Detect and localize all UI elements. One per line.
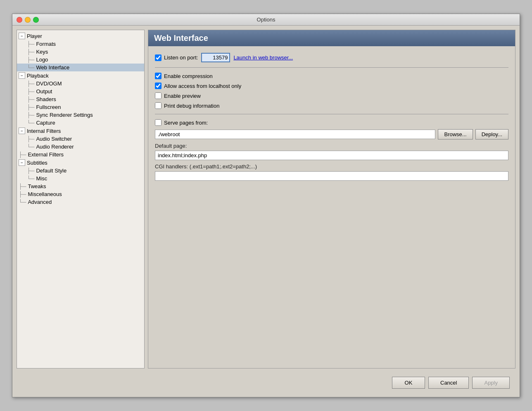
sidebar-label-capture: Capture [36,120,55,126]
enable-preview-row: Enable preview [155,92,508,99]
apply-button[interactable]: Apply [472,377,510,389]
toggle-subtitles[interactable]: − [19,159,25,166]
sidebar[interactable]: − Player ├─ Formats ├─ Keys ├─ Logo └─ [17,30,145,368]
sidebar-label-default-style: Default Style [36,168,66,174]
sidebar-item-default-style[interactable]: ├─ Default Style [17,167,144,175]
listen-port-checkbox-label[interactable]: Listen on port: [155,54,198,61]
sidebar-item-capture[interactable]: └─ Capture [17,119,144,127]
enable-compression-text: Enable compression [164,73,213,79]
sidebar-item-web-interface[interactable]: └─ Web Interface [17,64,144,71]
sidebar-item-audio-switcher[interactable]: ├─ Audio Switcher [17,135,144,143]
cgi-handlers-input[interactable] [155,171,508,181]
sidebar-label-playback: Playback [27,73,49,79]
sidebar-label-player: Player [27,33,42,39]
sidebar-item-player[interactable]: − Player [17,32,144,40]
toggle-internal-filters[interactable]: − [19,128,25,134]
sidebar-item-misc-sub[interactable]: └─ Misc [17,175,144,182]
sidebar-item-miscellaneous[interactable]: ├─ Miscellaneous [17,190,144,198]
print-debug-label[interactable]: Print debug information [155,102,219,109]
enable-compression-checkbox[interactable] [155,73,162,79]
sidebar-item-logo[interactable]: ├─ Logo [17,56,144,64]
sidebar-label-sync-renderer: Sync Renderer Settings [36,112,93,118]
enable-preview-checkbox[interactable] [155,92,162,99]
divider-1 [155,67,508,68]
default-page-group: Default page: [155,143,508,160]
serve-pages-checkbox[interactable] [155,119,162,126]
sidebar-label-audio-switcher: Audio Switcher [36,136,72,142]
listen-port-checkbox[interactable] [155,54,162,61]
sidebar-label-logo: Logo [36,57,48,63]
sidebar-item-formats[interactable]: ├─ Formats [17,40,144,48]
listen-port-label: Listen on port: [164,54,198,61]
main-content: − Player ├─ Formats ├─ Keys ├─ Logo └─ [17,30,515,368]
webroot-input[interactable] [155,130,435,139]
window-body: − Player ├─ Formats ├─ Keys ├─ Logo └─ [12,26,520,397]
cgi-handlers-group: CGI handlers: (.ext1=path1;.ext2=path2;.… [155,163,508,181]
ok-button[interactable]: OK [392,377,425,389]
sidebar-item-internal-filters[interactable]: − Internal Filters [17,127,144,135]
sidebar-label-audio-renderer: Audio Renderer [36,144,74,150]
allow-localhost-row: Allow access from localhost only [155,83,508,89]
panel-content: Listen on port: Launch in web browser...… [148,46,515,368]
panel-title: Web Interface [154,33,208,43]
launch-browser-button[interactable]: Launch in web browser... [233,54,293,61]
sidebar-item-shaders[interactable]: ├─ Shaders [17,95,144,103]
allow-localhost-text: Allow access from localhost only [164,83,241,89]
close-button[interactable] [17,17,22,23]
print-debug-row: Print debug information [155,102,508,109]
allow-localhost-label[interactable]: Allow access from localhost only [155,83,241,89]
window-title: Options [257,17,276,23]
sidebar-item-output[interactable]: ├─ Output [17,87,144,95]
allow-localhost-checkbox[interactable] [155,83,162,89]
window-controls [17,17,39,23]
webroot-row: Browse... Deploy... [155,129,508,139]
sidebar-label-miscellaneous: Miscellaneous [28,191,62,197]
serve-pages-text: Serve pages from: [164,120,208,126]
sidebar-item-fullscreen[interactable]: ├─ Fullscreen [17,103,144,111]
sidebar-item-advanced[interactable]: └─ Advanced [17,198,144,206]
bottom-bar: OK Cancel Apply [17,373,515,393]
sidebar-item-audio-renderer[interactable]: └─ Audio Renderer [17,143,144,151]
sidebar-label-output: Output [36,88,52,94]
sidebar-label-external-filters: External Filters [28,151,64,158]
port-input[interactable] [201,53,230,62]
deploy-button[interactable]: Deploy... [475,129,508,139]
sidebar-item-tweaks[interactable]: ├─ Tweaks [17,182,144,190]
sidebar-label-web-interface: Web Interface [36,64,69,71]
sidebar-label-formats: Formats [36,41,56,47]
panel-header: Web Interface [148,30,515,46]
sidebar-label-dvd-ogm: DVD/OGM [36,80,62,87]
cancel-button[interactable]: Cancel [428,377,469,389]
serve-pages-label[interactable]: Serve pages from: [155,119,208,126]
sidebar-label-advanced: Advanced [28,199,52,205]
title-bar: Options [12,14,520,26]
options-window: Options − Player ├─ Formats ├─ Keys [12,14,520,397]
enable-compression-row: Enable compression [155,73,508,79]
sidebar-label-internal-filters: Internal Filters [27,128,61,134]
toggle-player[interactable]: − [19,33,25,39]
sidebar-label-keys: Keys [36,49,48,55]
sidebar-item-playback[interactable]: − Playback [17,71,144,80]
toggle-playback[interactable]: − [19,72,25,79]
sidebar-item-sync-renderer[interactable]: ├─ Sync Renderer Settings [17,111,144,119]
enable-compression-label[interactable]: Enable compression [155,73,213,79]
browse-button[interactable]: Browse... [438,129,473,139]
right-panel: Web Interface Listen on port: Launch in … [148,30,515,368]
sidebar-label-tweaks: Tweaks [28,183,46,189]
print-debug-text: Print debug information [164,103,219,109]
sidebar-label-shaders: Shaders [36,96,56,102]
default-page-input[interactable] [155,151,508,160]
sidebar-label-fullscreen: Fullscreen [36,104,61,110]
sidebar-item-keys[interactable]: ├─ Keys [17,48,144,56]
minimize-button[interactable] [25,17,31,23]
print-debug-checkbox[interactable] [155,102,162,109]
enable-preview-label[interactable]: Enable preview [155,92,201,99]
sidebar-item-subtitles[interactable]: − Subtitles [17,158,144,167]
divider-2 [155,114,508,114]
sidebar-label-subtitles: Subtitles [27,160,48,166]
serve-pages-row: Serve pages from: [155,119,508,126]
maximize-button[interactable] [33,17,39,23]
cgi-handlers-label: CGI handlers: (.ext1=path1;.ext2=path2;.… [155,163,508,170]
sidebar-item-external-filters[interactable]: ├─ External Filters [17,151,144,158]
sidebar-item-dvd-ogm[interactable]: ├─ DVD/OGM [17,80,144,87]
